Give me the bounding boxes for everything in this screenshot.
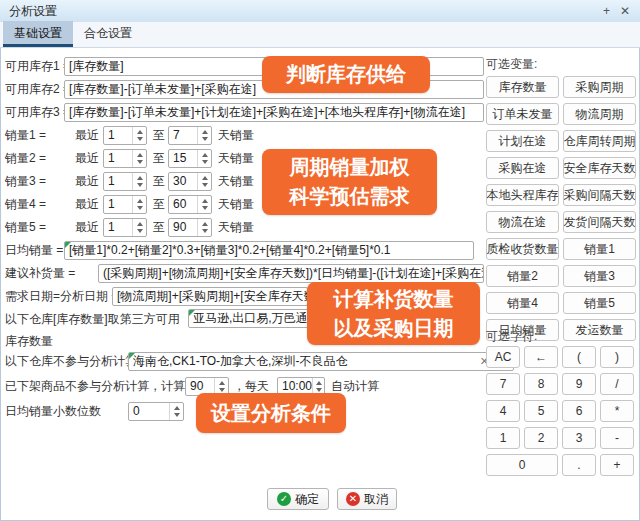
spinner-up-icon[interactable] — [219, 381, 225, 385]
characters-title: 可选字符: — [486, 328, 537, 345]
confirm-button[interactable]: ✓ 确定 — [267, 488, 329, 510]
var-button[interactable]: 销量2 — [486, 265, 559, 287]
daily-sales-formula-input[interactable]: [销量1]*0.2+[销量2]*0.3+[销量3]*0.2+[销量4]*0.2+… — [64, 241, 474, 260]
field-note-marker — [189, 310, 195, 316]
sales2-label: 销量2 = — [5, 149, 46, 168]
key-ac[interactable]: AC — [486, 346, 520, 368]
sales3-to-stepper[interactable]: 30 — [168, 172, 212, 191]
sales3-from-stepper[interactable]: 1 — [103, 172, 147, 191]
var-button[interactable]: 计划在途 — [486, 130, 559, 152]
spinner-down-icon[interactable] — [174, 413, 180, 417]
sales1-from-stepper[interactable]: 1 — [103, 126, 147, 145]
days-sales-word: 天销量 — [218, 195, 254, 214]
sales4-from-stepper[interactable]: 1 — [103, 195, 147, 214]
var-button[interactable]: 销量3 — [563, 265, 636, 287]
key-multiply[interactable]: * — [600, 400, 634, 422]
key-close-paren[interactable]: ) — [600, 346, 634, 368]
var-button[interactable]: 质检收货数量 — [486, 238, 559, 260]
var-button[interactable]: 仓库周转周期 — [563, 130, 636, 152]
spinner-down-icon[interactable] — [316, 388, 322, 392]
spinner-up-icon[interactable] — [202, 199, 208, 203]
var-button[interactable]: 安全库存天数 — [563, 157, 636, 179]
spinner-down-icon[interactable] — [202, 137, 208, 141]
spinner-up-icon[interactable] — [316, 381, 322, 385]
var-button[interactable]: 采购在途 — [486, 157, 559, 179]
spinner-down-icon[interactable] — [219, 388, 225, 392]
key-0[interactable]: 0 — [486, 454, 558, 476]
close-icon[interactable]: ✕ — [620, 5, 630, 17]
key-4[interactable]: 4 — [486, 400, 520, 422]
cancel-button[interactable]: ✕ 取消 — [337, 488, 397, 510]
key-dot[interactable]: . — [562, 454, 596, 476]
spinner-down-icon[interactable] — [202, 229, 208, 233]
tab-basic-settings[interactable]: 基础设置 — [3, 21, 73, 47]
var-button[interactable]: 本地头程库存 — [486, 184, 559, 206]
var-button[interactable]: 物流在途 — [486, 211, 559, 233]
key-3[interactable]: 3 — [562, 427, 596, 449]
key-7[interactable]: 7 — [486, 373, 520, 395]
var-button[interactable]: 销量4 — [486, 292, 559, 314]
sales4-to-stepper[interactable]: 60 — [168, 195, 212, 214]
window-title: 分析设置 — [0, 3, 57, 20]
key-divide[interactable]: / — [600, 373, 634, 395]
tab-combined-warehouse-settings[interactable]: 合仓设置 — [73, 21, 143, 47]
key-open-paren[interactable]: ( — [562, 346, 596, 368]
plus-icon[interactable]: + — [603, 5, 610, 17]
var-button[interactable]: 销量5 — [563, 292, 636, 314]
spinner-down-icon[interactable] — [137, 183, 143, 187]
var-button[interactable]: 发货间隔天数 — [563, 211, 636, 233]
var-button[interactable]: 物流周期 — [563, 103, 636, 125]
spinner-up-icon[interactable] — [202, 153, 208, 157]
spinner-down-icon[interactable] — [137, 160, 143, 164]
key-6[interactable]: 6 — [562, 400, 596, 422]
demand-date-label: 需求日期=分析日期 + — [5, 287, 118, 306]
key-1[interactable]: 1 — [486, 427, 520, 449]
spinner-up-icon[interactable] — [174, 406, 180, 410]
variables-title: 可选变量: — [486, 56, 537, 73]
spinner-up-icon[interactable] — [137, 176, 143, 180]
spinner-down-icon[interactable] — [137, 229, 143, 233]
spinner-up-icon[interactable] — [202, 222, 208, 226]
spinner-down-icon[interactable] — [202, 183, 208, 187]
exclude-warehouses-input[interactable]: 海南仓,CK1-TO-加拿大仓,深圳-不良品仓 ✕ … — [128, 352, 514, 371]
days-sales-word: 天销量 — [218, 149, 254, 168]
sales2-to-stepper[interactable]: 15 — [168, 149, 212, 168]
spinner-up-icon[interactable] — [137, 199, 143, 203]
var-button[interactable]: 销量1 — [563, 238, 636, 260]
spinner-up-icon[interactable] — [137, 153, 143, 157]
offshelf-label: 已下架商品不参与分析计算，计算天数 — [5, 377, 209, 396]
x-circle-icon: ✕ — [346, 492, 360, 506]
spinner-down-icon[interactable] — [202, 206, 208, 210]
recent-word: 最近 — [75, 149, 99, 168]
var-button[interactable]: 采购周期 — [563, 76, 636, 98]
spinner-up-icon[interactable] — [202, 130, 208, 134]
decimals-stepper[interactable]: 0 — [128, 402, 184, 421]
avail3-input[interactable]: [库存数量]-[订单未发量]+[计划在途]+[采购在途]+[本地头程库存]+[物… — [64, 103, 484, 122]
key-9[interactable]: 9 — [562, 373, 596, 395]
key-backspace[interactable]: ← — [524, 346, 558, 368]
sales5-from-stepper[interactable]: 1 — [103, 218, 147, 237]
spinner-up-icon[interactable] — [137, 130, 143, 134]
character-keypad: AC ← ( ) 7 8 9 / 4 5 6 * 1 2 3 - 0 . + — [486, 346, 634, 476]
key-plus[interactable]: + — [600, 454, 634, 476]
demand-date-formula-input[interactable]: [物流周期]+[采购周期]+[安全库存天数] — [112, 287, 308, 306]
var-button[interactable]: 采购间隔天数 — [563, 184, 636, 206]
spinner-down-icon[interactable] — [202, 160, 208, 164]
exclude-warehouses-label: 以下仓库不参与分析计算 — [5, 352, 137, 371]
thirdparty-warehouses-input[interactable]: 亚马逊,出口易,万邑通 — [188, 309, 314, 328]
suggest-qty-formula-input[interactable]: ([采购周期]+[物流周期]+[安全库存天数])*[日均销量]-([计划在途]+… — [98, 264, 484, 283]
key-8[interactable]: 8 — [524, 373, 558, 395]
sales2-from-stepper[interactable]: 1 — [103, 149, 147, 168]
sales5-to-stepper[interactable]: 90 — [168, 218, 212, 237]
var-button[interactable]: 库存数量 — [486, 76, 559, 98]
spinner-down-icon[interactable] — [137, 206, 143, 210]
key-5[interactable]: 5 — [524, 400, 558, 422]
spinner-down-icon[interactable] — [137, 137, 143, 141]
sales1-to-stepper[interactable]: 7 — [168, 126, 212, 145]
var-button[interactable]: 订单未发量 — [486, 103, 559, 125]
key-2[interactable]: 2 — [524, 427, 558, 449]
key-minus[interactable]: - — [600, 427, 634, 449]
var-button[interactable]: 发运数量 — [563, 319, 636, 341]
spinner-up-icon[interactable] — [137, 222, 143, 226]
spinner-up-icon[interactable] — [202, 176, 208, 180]
